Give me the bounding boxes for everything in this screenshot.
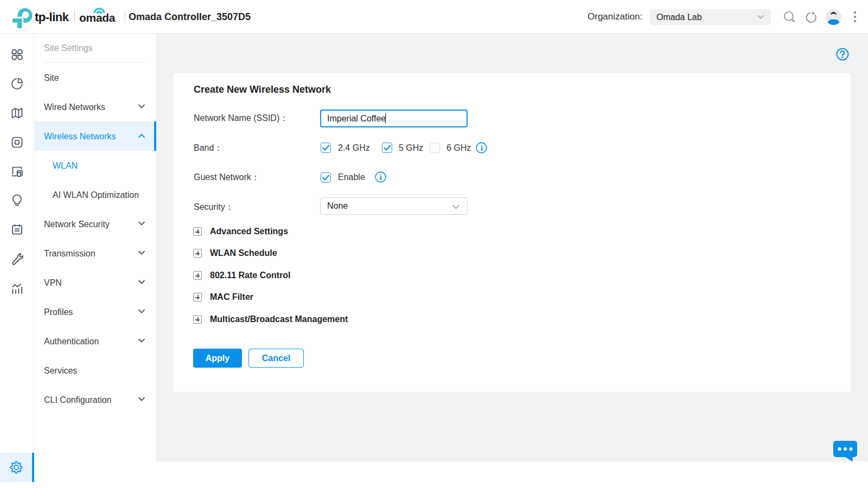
svg-text:i: i [380,172,382,182]
svg-text:i: i [481,143,483,152]
